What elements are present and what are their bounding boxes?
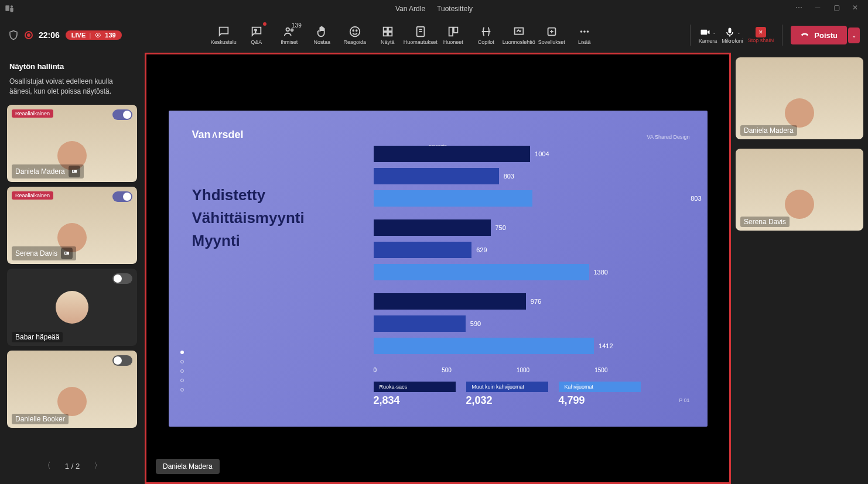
participant-name: Daniela Madera [740,125,797,136]
chat-button[interactable]: Keskustelu [208,20,240,50]
participant-name: Daniela Madera [12,164,84,179]
meeting-toolbar: 22:06 LIVE | 139 Keskustelu ? Q&A 139 Ih… [0,18,868,53]
chevron-down-icon[interactable]: ⌄ [737,30,741,35]
svg-point-7 [353,30,354,31]
leave-button[interactable]: Poistu [791,26,847,44]
close-icon[interactable]: ✕ [849,4,861,12]
live-indicator[interactable]: LIVE | 139 [66,30,122,40]
sidebar-title: Näytön hallinta [9,62,138,71]
svg-rect-16 [449,28,452,36]
chevron-down-icon[interactable]: ⌄ [712,30,716,35]
svg-rect-27 [73,170,74,172]
live-badge: Reaaliaikainen [12,109,53,118]
svg-point-1 [11,5,13,8]
qa-button[interactable]: ? Q&A [241,20,272,50]
notes-button[interactable]: Huomautukset [405,20,436,50]
slide-watermark: VA Shared Design [647,134,690,140]
camera-toggle[interactable]: ⌄ Kamera [699,26,717,44]
pager-label: 1 / 2 [65,462,80,471]
leave-dropdown[interactable]: ⌄ [848,28,860,43]
svg-point-22 [580,30,582,33]
live-badge: Reaaliaikainen [12,191,53,200]
svg-point-23 [583,30,586,33]
slide-page-number: P 01 [679,397,689,403]
minimize-icon[interactable]: ─ [812,4,823,12]
more-icon[interactable]: ⋯ [793,4,805,12]
presentation-slide: VA Shared Design Van∧rsdel presents Yhdi… [169,111,708,427]
titlebar: Van Ardle Tuotesittely ⋯ ─ ▢ ✕ [0,0,868,18]
svg-point-4 [286,28,289,32]
svg-rect-25 [728,28,731,33]
bar-chart: 1004803803750629138097659014120500100015… [374,146,684,407]
svg-rect-29 [65,252,67,254]
svg-rect-12 [388,32,392,36]
svg-point-24 [586,30,589,33]
react-button[interactable]: Reagoida [339,20,371,50]
screen-control-sidebar: Näytön hallinta Osallistujat voivat edel… [0,53,145,484]
participant-card[interactable]: ReaaliaikainenDaniela Madera [7,105,137,182]
participant-name: Danielle Booker [12,414,69,424]
meeting-name: Tuotesittely [437,5,473,13]
shield-icon[interactable] [8,30,19,40]
pin-icon[interactable] [69,166,80,177]
sidebar-description: Osallistujat voivat edelleen kuulla ääne… [9,77,135,97]
view-button[interactable]: Näytä [372,20,404,50]
pinned-participant-card[interactable]: Daniela Madera [736,57,863,139]
pinned-participant-card[interactable]: Serena Davis [736,149,863,231]
svg-point-8 [356,30,357,31]
participant-toggle[interactable] [112,109,132,120]
whiteboard-button[interactable]: Luonnoslehtiö [503,20,535,50]
participant-pager: 〈 1 / 2 〉 [7,454,138,478]
rooms-button[interactable]: Huoneet [438,20,469,50]
pager-prev[interactable]: 〈 [43,461,51,471]
svg-rect-10 [388,28,392,31]
org-name: Van Ardle [395,5,425,13]
participant-toggle[interactable] [112,355,132,366]
apps-button[interactable]: Sovellukset [536,20,568,50]
svg-point-2 [97,35,99,36]
presenter-name-tag: Daniela Madera [156,459,220,474]
pager-next[interactable]: 〉 [94,461,102,471]
svg-rect-17 [454,28,457,33]
pin-icon[interactable] [61,248,73,259]
copilot-button[interactable]: Copilot [470,20,502,50]
svg-rect-11 [383,32,387,36]
participant-card[interactable]: ReaaliaikainenSerena Davis [7,187,137,264]
svg-point-6 [350,27,360,37]
maximize-icon[interactable]: ▢ [831,4,842,12]
participant-card[interactable]: Babar häpeää [7,269,137,346]
more-button[interactable]: Lisää [569,20,600,50]
participant-name: Babar häpeää [12,332,63,342]
meeting-timer: 22:06 [39,30,60,40]
people-button[interactable]: 139 Ihmiset [274,20,305,50]
teams-logo-icon [5,4,14,13]
notification-dot-icon [263,22,266,26]
mic-toggle[interactable]: ⌄ Mikrofoni [722,26,743,44]
slide-indicator [180,351,184,392]
participant-name: Serena Davis [740,217,790,227]
participant-card[interactable]: Danielle Booker [7,351,137,428]
svg-rect-0 [5,5,9,11]
svg-point-5 [291,29,293,31]
stop-sharing-button[interactable]: ✕ Stop shaIN [748,27,774,43]
svg-text:?: ? [254,28,257,33]
participant-toggle[interactable] [112,273,132,284]
participant-toggle[interactable] [112,191,132,202]
pinned-participants-panel: Daniela Madera Serena Davis [731,53,868,484]
participant-name: Serena Davis [12,246,76,260]
svg-rect-9 [383,28,387,31]
shared-screen-stage: VA Shared Design Van∧rsdel presents Yhdi… [145,53,731,484]
raise-hand-button[interactable]: Nostaa [306,20,338,50]
record-icon[interactable] [25,31,33,39]
